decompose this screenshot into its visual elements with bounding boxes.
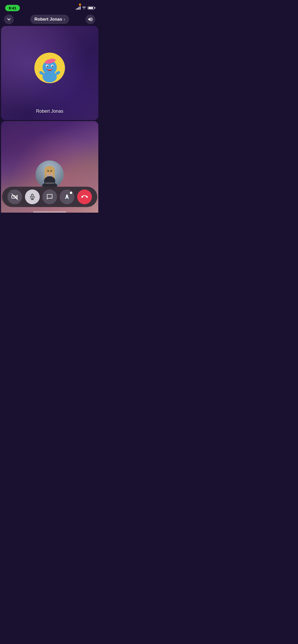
boost-button[interactable]	[60, 189, 74, 204]
contact-pill[interactable]: Robert Jonas ›	[30, 15, 69, 24]
time-display: 9:41	[5, 5, 20, 11]
home-indicator	[33, 211, 66, 213]
battery-icon	[88, 6, 94, 10]
local-user-photo	[36, 160, 64, 188]
svg-point-20	[50, 170, 52, 172]
svg-point-7	[47, 65, 48, 66]
wifi-icon	[82, 6, 86, 10]
svg-point-19	[47, 170, 49, 172]
contact-name: Robert Jonas	[34, 17, 62, 22]
signal-bars-icon	[76, 6, 80, 10]
remote-participant-name: Robert Jonas	[1, 109, 98, 114]
status-bar: 9:41	[0, 0, 99, 13]
chat-bubble-icon	[46, 194, 53, 200]
speaker-icon	[88, 17, 93, 22]
nav-bar: Robert Jonas ›	[0, 13, 99, 26]
svg-point-29	[66, 197, 67, 198]
status-icons	[76, 6, 94, 10]
svg-point-21	[49, 172, 50, 173]
chevron-down-icon	[7, 17, 11, 21]
chevron-right-icon: ›	[64, 17, 65, 21]
rocket-icon	[64, 194, 70, 200]
svg-rect-26	[31, 194, 33, 197]
controls-bar	[2, 187, 97, 207]
video-off-icon	[11, 194, 18, 200]
microphone-button[interactable]	[25, 189, 40, 204]
remote-avatar	[34, 53, 65, 83]
chat-button[interactable]	[42, 189, 57, 204]
svg-point-8	[52, 65, 53, 66]
microphone-icon	[29, 194, 36, 200]
end-call-button[interactable]	[77, 189, 92, 204]
local-avatar	[36, 160, 64, 188]
drag-handle	[45, 183, 54, 184]
video-off-button[interactable]	[7, 189, 22, 204]
speaker-button[interactable]	[86, 14, 95, 24]
avatar-circle	[34, 53, 65, 83]
back-button[interactable]	[4, 14, 14, 24]
cartoon-character-icon	[34, 53, 65, 83]
remote-video-panel: Robert Jonas	[1, 26, 98, 120]
end-call-icon	[81, 194, 88, 200]
